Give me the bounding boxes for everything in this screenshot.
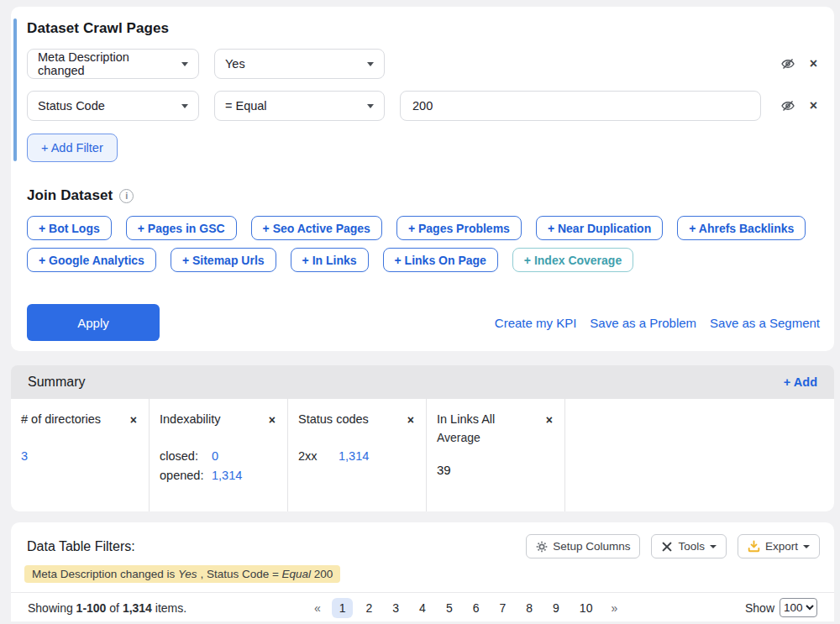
page-size-select[interactable]: 100 <box>780 598 817 617</box>
dataset-title: Dataset Crawl Pages <box>27 20 820 37</box>
indexability-opened-label: opened: <box>160 469 212 482</box>
page-6-button[interactable]: 6 <box>465 598 487 618</box>
showing-items-text: Showing 1-100 of 1,314 items. <box>28 601 186 615</box>
page: Dataset Crawl Pages Meta Description cha… <box>0 0 840 621</box>
close-icon: × <box>810 57 817 71</box>
hide-filter-button[interactable] <box>780 56 795 71</box>
active-filter-tag[interactable]: Meta Description changed is Yes , Status… <box>24 565 340 583</box>
in-links-average-value: 39 <box>437 463 554 477</box>
join-in-links-button[interactable]: + In Links <box>291 248 369 272</box>
close-icon[interactable]: × <box>129 412 139 427</box>
summary-card-title: # of directories <box>21 412 101 426</box>
chevron-down-icon <box>367 104 374 108</box>
data-table-card: Data Table Filters: Setup Columns <box>11 522 834 621</box>
summary-card-indexability: Indexability × closed: 0 opened: 1,314 <box>150 399 288 511</box>
chevron-down-icon <box>710 545 717 548</box>
export-dropdown-button[interactable]: Export <box>738 534 820 558</box>
join-pages-in-gsc-button[interactable]: + Pages in GSC <box>126 216 237 240</box>
filter-field-select[interactable]: Meta Description changed <box>27 49 199 79</box>
filter-row-1: Meta Description changed Yes <box>27 49 820 79</box>
page-10-button[interactable]: 10 <box>572 598 601 618</box>
pager: « 1 2 3 4 5 6 7 8 9 10 » <box>308 598 623 618</box>
in-links-average-label: Average <box>437 431 554 444</box>
chevron-down-icon <box>181 104 188 108</box>
summary-cards: # of directories × 3 Indexability × clos… <box>11 399 834 511</box>
close-icon[interactable]: × <box>267 412 277 427</box>
page-4-button[interactable]: 4 <box>412 598 433 618</box>
active-filters-row: Meta Description changed is Yes , Status… <box>11 558 834 583</box>
filter-value-input[interactable] <box>400 91 761 121</box>
summary-card-directories: # of directories × 3 <box>11 399 150 511</box>
join-bot-logs-button[interactable]: + Bot Logs <box>27 216 112 240</box>
setup-columns-button[interactable]: Setup Columns <box>526 534 640 558</box>
summary-header: Summary + Add <box>11 365 834 399</box>
filter-operator-value: Yes <box>225 57 245 71</box>
remove-filter-button[interactable]: × <box>810 99 817 113</box>
page-8-button[interactable]: 8 <box>518 598 540 618</box>
join-dataset-header: Join Dataset i <box>27 187 820 204</box>
page-7-button[interactable]: 7 <box>491 598 513 618</box>
apply-row: Apply Create my KPI Save as a Problem Sa… <box>27 304 820 341</box>
join-seo-active-pages-button[interactable]: + Seo Active Pages <box>251 216 382 240</box>
join-dataset-row-1: + Bot Logs + Pages in GSC + Seo Active P… <box>27 216 820 240</box>
remove-filter-button[interactable]: × <box>810 57 817 71</box>
close-icon[interactable]: × <box>406 412 416 427</box>
summary-card-title: Status codes <box>298 412 369 426</box>
dataset-filters-card: Dataset Crawl Pages Meta Description cha… <box>11 7 834 351</box>
eye-off-icon <box>780 98 795 113</box>
tools-icon <box>661 541 673 553</box>
pagination-row: Showing 1-100 of 1,314 items. « 1 2 3 4 … <box>11 592 834 622</box>
status-2xx-label: 2xx <box>298 449 339 463</box>
next-page-button[interactable]: » <box>605 598 623 618</box>
close-icon: × <box>810 99 817 113</box>
page-1-button[interactable]: 1 <box>332 598 354 618</box>
info-icon[interactable]: i <box>119 189 134 203</box>
save-as-segment-link[interactable]: Save as a Segment <box>710 316 820 330</box>
create-my-kpi-link[interactable]: Create my KPI <box>495 316 577 330</box>
join-index-coverage-button[interactable]: + Index Coverage <box>512 248 633 272</box>
prev-page-button[interactable]: « <box>308 598 327 618</box>
chevron-down-icon <box>367 62 374 66</box>
save-as-problem-link[interactable]: Save as a Problem <box>590 316 696 330</box>
close-icon[interactable]: × <box>544 412 554 427</box>
download-icon <box>748 540 760 553</box>
page-size-group: Show 100 <box>745 598 817 617</box>
chevron-down-icon <box>181 62 188 66</box>
tools-dropdown-button[interactable]: Tools <box>651 534 727 558</box>
page-9-button[interactable]: 9 <box>545 598 567 618</box>
status-2xx-value[interactable]: 1,314 <box>339 449 369 463</box>
summary-card-title: Indexability <box>160 412 221 426</box>
summary-card-in-links: In Links All × Average 39 <box>427 399 565 511</box>
join-links-on-page-button[interactable]: + Links On Page <box>383 248 498 272</box>
page-3-button[interactable]: 3 <box>385 598 407 618</box>
summary-add-button[interactable]: + Add <box>784 375 817 389</box>
join-google-analytics-button[interactable]: + Google Analytics <box>27 248 156 272</box>
join-near-duplication-button[interactable]: + Near Duplication <box>536 216 663 240</box>
directories-value[interactable]: 3 <box>21 449 139 463</box>
tools-label: Tools <box>678 540 705 553</box>
show-label: Show <box>745 601 774 615</box>
filter-operator-select[interactable]: Yes <box>214 49 385 79</box>
filter-operator-value: = Equal <box>225 99 267 113</box>
data-table-header: Data Table Filters: Setup Columns <box>11 522 834 558</box>
apply-button[interactable]: Apply <box>27 304 160 341</box>
indexability-closed-label: closed: <box>160 449 212 463</box>
filter-field-select[interactable]: Status Code <box>27 91 199 121</box>
summary-card-status-codes: Status codes × 2xx 1,314 <box>288 399 427 511</box>
page-2-button[interactable]: 2 <box>358 598 380 618</box>
indexability-opened-value[interactable]: 1,314 <box>212 469 242 482</box>
join-sitemap-urls-button[interactable]: + Sitemap Urls <box>171 248 276 272</box>
join-pages-problems-button[interactable]: + Pages Problems <box>396 216 522 240</box>
summary-card-title: In Links All <box>437 412 495 426</box>
export-label: Export <box>765 540 798 553</box>
join-dataset-title: Join Dataset <box>27 187 113 204</box>
add-filter-button[interactable]: + Add Filter <box>27 134 118 162</box>
active-section-accent-bar <box>13 18 17 161</box>
gear-icon <box>536 541 548 553</box>
filter-field-value: Status Code <box>38 99 105 113</box>
join-ahrefs-backlinks-button[interactable]: + Ahrefs Backlinks <box>677 216 806 240</box>
hide-filter-button[interactable] <box>780 98 795 113</box>
page-5-button[interactable]: 5 <box>438 598 460 618</box>
filter-operator-select[interactable]: = Equal <box>214 91 385 121</box>
indexability-closed-value[interactable]: 0 <box>212 449 218 463</box>
